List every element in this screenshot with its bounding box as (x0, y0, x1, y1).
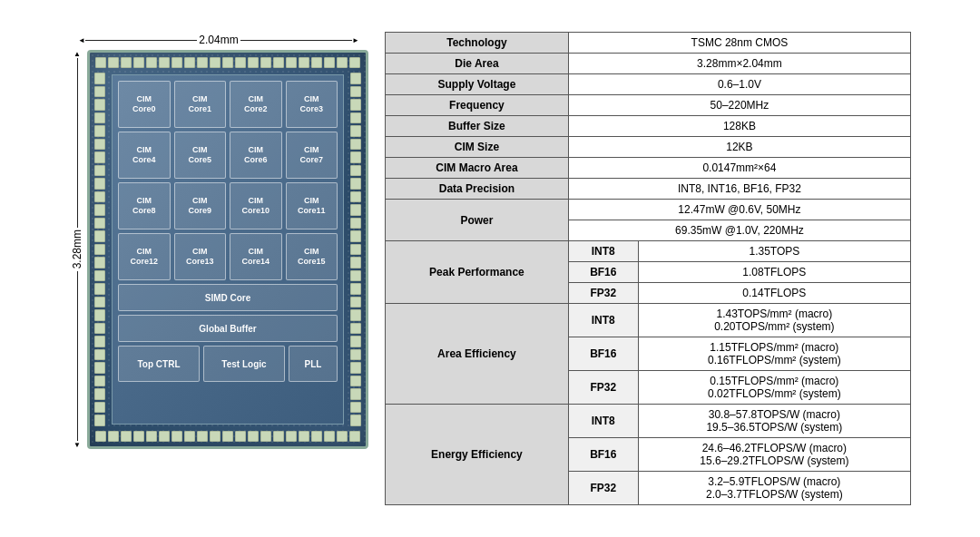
cim-core-11: CIMCore11 (286, 182, 338, 229)
energy-eff-fp32-value: 3.2–5.9TFLOPS/W (macro)2.0–3.7TFLOPS/W (… (638, 472, 910, 505)
bottom-blocks: Top CTRL Test Logic PLL (118, 346, 338, 382)
table-row: Data Precision INT8, INT16, BF16, FP32 (386, 179, 911, 200)
global-buffer-block: Global Buffer (118, 315, 338, 342)
height-label: 3.28mm (69, 228, 85, 270)
power-value-1: 12.47mW @0.6V, 50MHz (568, 200, 910, 220)
table-row: CIM Macro Area 0.0147mm²×64 (386, 158, 911, 179)
area-eff-int8-value: 1.43TOPS/mm² (macro)0.20TOPS/mm² (system… (638, 304, 910, 337)
spec-table: Technology TSMC 28nm CMOS Die Area 3.28m… (385, 32, 911, 505)
test-logic-block: Test Logic (203, 346, 285, 382)
die-area-label: Die Area (386, 54, 569, 74)
cim-size-label: CIM Size (386, 137, 569, 158)
bond-pads-top (95, 54, 360, 71)
data-precision-label: Data Precision (386, 179, 569, 200)
cim-core-grid: CIMCore0 CIMCore1 CIMCore2 CIMCore3 CIMC… (118, 81, 338, 280)
die-chip: CIMCore0 CIMCore1 CIMCore2 CIMCore3 CIMC… (87, 50, 368, 449)
power-label: Power (386, 200, 569, 241)
cim-core-0: CIMCore0 (118, 81, 171, 128)
energy-efficiency-label: Energy Efficiency (386, 405, 569, 505)
area-eff-fp32-value: 0.15TFLOPS/mm² (macro)0.02TFLOPS/mm² (sy… (638, 371, 910, 405)
width-dimension: ◄ 2.04mm ► (78, 32, 359, 48)
table-row: Area Efficiency INT8 1.43TOPS/mm² (macro… (386, 304, 911, 337)
cim-core-5: CIMCore5 (174, 132, 227, 179)
energy-eff-fp32-label: FP32 (568, 472, 638, 505)
table-row: Peak Performance INT8 1.35TOPS (386, 241, 911, 262)
cim-core-7: CIMCore7 (286, 132, 338, 179)
die-area-value: 3.28mm×2.04mm (568, 54, 910, 74)
peak-performance-label: Peak Performance (386, 241, 569, 304)
simd-core-block: SIMD Core (118, 284, 338, 311)
energy-eff-int8-value: 30.8–57.8TOPS/W (macro)19.5–36.5TOPS/W (… (638, 405, 910, 438)
die-outer: ▲ 3.28mm ▼ (69, 50, 368, 449)
cim-core-1: CIMCore1 (174, 81, 227, 128)
table-row: CIM Size 12KB (386, 137, 911, 158)
area-eff-int8-label: INT8 (568, 304, 638, 337)
top-ctrl-block: Top CTRL (118, 346, 200, 382)
frequency-value: 50–220MHz (568, 95, 910, 116)
cim-core-13: CIMCore13 (174, 233, 227, 280)
bond-pads-right (348, 73, 364, 426)
supply-voltage-label: Supply Voltage (386, 74, 569, 95)
frequency-label: Frequency (386, 95, 569, 116)
bond-pads-bottom (95, 428, 360, 444)
area-eff-bf16-value: 1.15TFLOPS/mm² (macro)0.16TFLOPS/mm² (sy… (638, 337, 910, 371)
cim-core-12: CIMCore12 (118, 233, 171, 280)
table-row: Supply Voltage 0.6–1.0V (386, 74, 911, 95)
cim-core-9: CIMCore9 (174, 182, 227, 229)
peak-perf-fp32-label: FP32 (568, 283, 638, 304)
cim-core-8: CIMCore8 (118, 182, 171, 229)
cim-core-10: CIMCore10 (230, 182, 282, 229)
table-row: Frequency 50–220MHz (386, 95, 911, 116)
peak-perf-bf16-label: BF16 (568, 262, 638, 283)
technology-value: TSMC 28nm CMOS (568, 33, 910, 54)
cim-core-15: CIMCore15 (286, 233, 338, 280)
peak-perf-int8-label: INT8 (568, 241, 638, 262)
power-value-2: 69.35mW @1.0V, 220MHz (568, 220, 910, 241)
data-precision-value: INT8, INT16, BF16, FP32 (568, 179, 910, 200)
pll-block: PLL (289, 346, 338, 382)
width-label: 2.04mm (197, 32, 240, 48)
cim-macro-area-label: CIM Macro Area (386, 158, 569, 179)
cim-core-6: CIMCore6 (230, 132, 282, 179)
chip-inner: CIMCore0 CIMCore1 CIMCore2 CIMCore3 CIMC… (112, 74, 344, 425)
energy-eff-int8-label: INT8 (568, 405, 638, 438)
energy-eff-bf16-label: BF16 (568, 438, 638, 472)
table-row: Buffer Size 128KB (386, 116, 911, 137)
buffer-size-label: Buffer Size (386, 116, 569, 137)
cim-core-14: CIMCore14 (230, 233, 282, 280)
table-row: Power 12.47mW @0.6V, 50MHz (386, 200, 911, 220)
cim-core-3: CIMCore3 (286, 81, 338, 128)
cim-size-value: 12KB (568, 137, 910, 158)
cim-core-2: CIMCore2 (230, 81, 282, 128)
main-container: ◄ 2.04mm ► ▲ 3.28mm ▼ (53, 23, 927, 514)
cim-core-4: CIMCore4 (118, 132, 171, 179)
table-row: Technology TSMC 28nm CMOS (386, 33, 911, 54)
energy-eff-bf16-value: 24.6–46.2TFLOPS/W (macro)15.6–29.2TFLOPS… (638, 438, 910, 472)
supply-voltage-value: 0.6–1.0V (568, 74, 910, 95)
area-efficiency-label: Area Efficiency (386, 304, 569, 405)
spec-table-section: Technology TSMC 28nm CMOS Die Area 3.28m… (385, 32, 911, 505)
table-row: Energy Efficiency INT8 30.8–57.8TOPS/W (… (386, 405, 911, 438)
area-eff-fp32-label: FP32 (568, 371, 638, 405)
peak-perf-fp32-value: 0.14TFLOPS (638, 283, 910, 304)
technology-label: Technology (386, 33, 569, 54)
cim-macro-area-value: 0.0147mm²×64 (568, 158, 910, 179)
area-eff-bf16-label: BF16 (568, 337, 638, 371)
buffer-size-value: 128KB (568, 116, 910, 137)
bond-pads-left (92, 73, 108, 426)
die-section: ◄ 2.04mm ► ▲ 3.28mm ▼ (69, 32, 368, 449)
peak-perf-bf16-value: 1.08TFLOPS (638, 262, 910, 283)
table-row: Die Area 3.28mm×2.04mm (386, 54, 911, 74)
height-dimension: ▲ 3.28mm ▼ (69, 50, 85, 449)
peak-perf-int8-value: 1.35TOPS (638, 241, 910, 262)
